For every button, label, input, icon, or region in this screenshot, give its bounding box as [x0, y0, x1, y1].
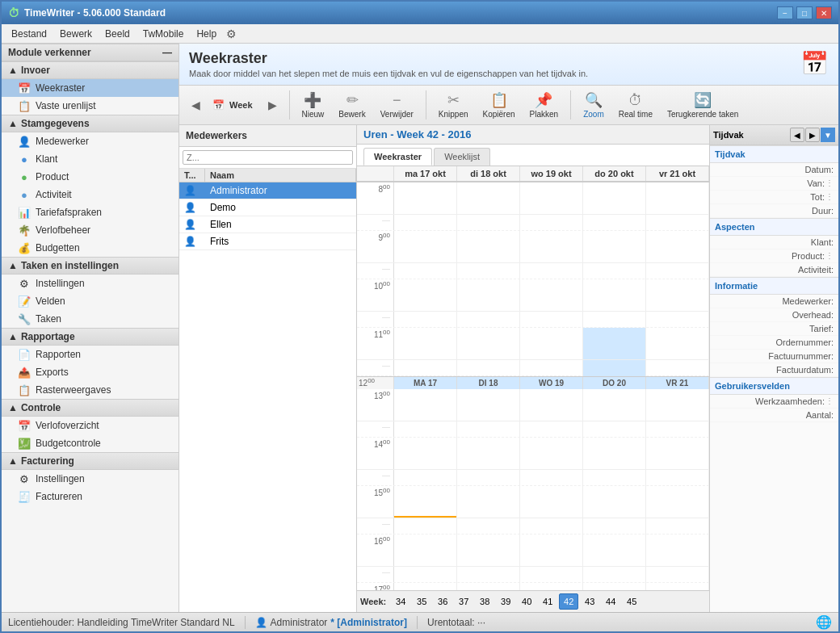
cal-cell-10-thu[interactable]	[583, 279, 646, 311]
cal-cell-15-mon[interactable]	[394, 486, 457, 518]
sidebar-section-facturering[interactable]: ▲ Facturering	[2, 452, 178, 470]
emp-row-administrator[interactable]: 👤 Administrator	[179, 182, 356, 199]
cal-cell-17-wed[interactable]	[520, 583, 583, 590]
cal-cell-11-thu[interactable]	[583, 328, 646, 359]
cal-cell-14-fri[interactable]	[646, 438, 709, 469]
cal-cell-15h-fri[interactable]	[646, 518, 709, 534]
cal-cell-17-thu[interactable]	[583, 583, 646, 590]
cal-cell-8-tue[interactable]	[457, 182, 520, 214]
cal-cell-13-wed[interactable]	[520, 389, 583, 421]
cal-cell-14h-mon[interactable]	[394, 470, 457, 486]
cal-cell-10-mon[interactable]	[394, 279, 457, 311]
sidebar-item-tariefafspraken[interactable]: 📊 Tariefafspraken	[2, 203, 178, 221]
cal-cell-13h-tue[interactable]	[457, 421, 520, 438]
week-num-38[interactable]: 38	[475, 593, 494, 610]
cal-cell-9h-wed[interactable]	[520, 263, 583, 279]
cal-cell-16-mon[interactable]	[394, 534, 457, 566]
cal-cell-9-mon[interactable]	[394, 231, 457, 262]
sidebar-item-verlofbeheer[interactable]: 🌴 Verlofbeheer	[2, 221, 178, 239]
bewerk-button[interactable]: ✏ Bewerk	[333, 89, 371, 121]
terugkerende-taken-button[interactable]: 🔄 Terugkerende taken	[662, 89, 744, 121]
week-num-35[interactable]: 35	[412, 593, 431, 610]
cal-cell-10-fri[interactable]	[646, 279, 709, 311]
cal-cell-10-tue[interactable]	[457, 279, 520, 311]
cal-cell-16h-tue[interactable]	[457, 567, 520, 583]
sidebar-item-klant[interactable]: ● Klant	[2, 150, 178, 168]
search-input[interactable]	[183, 150, 353, 165]
cal-cell-17-fri[interactable]	[646, 583, 709, 590]
cal-cell-11h-mon[interactable]	[394, 360, 457, 376]
week-num-34[interactable]: 34	[391, 593, 410, 610]
cal-cell-16-thu[interactable]	[583, 534, 646, 566]
tab-weeklijst[interactable]: Weeklijst	[434, 148, 490, 166]
emp-row-demo[interactable]: 👤 Demo	[179, 199, 356, 216]
sidebar-section-taken[interactable]: ▲ Taken en instellingen	[2, 257, 178, 275]
cal-cell-9-fri[interactable]	[646, 231, 709, 262]
emp-row-ellen[interactable]: 👤 Ellen	[179, 216, 356, 233]
cal-cell-16h-wed[interactable]	[520, 567, 583, 583]
cal-cell-8-thu[interactable]	[583, 182, 646, 214]
cal-cell-10h-fri[interactable]	[646, 312, 709, 328]
cal-cell-9h-mon[interactable]	[394, 263, 457, 279]
week-num-36[interactable]: 36	[433, 593, 452, 610]
week-num-40[interactable]: 40	[517, 593, 536, 610]
cal-cell-13-thu[interactable]	[583, 389, 646, 421]
cal-cell-11-mon[interactable]	[394, 328, 457, 359]
cal-cell-8-wed[interactable]	[520, 182, 583, 214]
cal-cell-14-tue[interactable]	[457, 438, 520, 469]
cal-cell-11h-tue[interactable]	[457, 360, 520, 376]
cal-cell-13h-thu[interactable]	[583, 421, 646, 438]
cal-cell-9-thu[interactable]	[583, 231, 646, 262]
menu-beeld[interactable]: Beeld	[99, 27, 136, 41]
cal-cell-15h-tue[interactable]	[457, 518, 520, 534]
cal-cell-8-mon[interactable]	[394, 182, 457, 214]
cal-cell-13h-mon[interactable]	[394, 421, 457, 438]
cal-cell-16-fri[interactable]	[646, 534, 709, 566]
sidebar-item-rasterweergaves[interactable]: 📋 Rasterweergaves	[2, 381, 178, 399]
cal-cell-16h-mon[interactable]	[394, 567, 457, 583]
sidebar-item-vaste-urenlijst[interactable]: 📋 Vaste urenlijst	[2, 97, 178, 115]
cal-cell-8h-tue[interactable]	[457, 215, 520, 231]
week-num-45[interactable]: 45	[622, 593, 641, 610]
cal-cell-10h-tue[interactable]	[457, 312, 520, 328]
cal-cell-13-fri[interactable]	[646, 389, 709, 421]
sidebar-item-taken[interactable]: 🔧 Taken	[2, 310, 178, 328]
cal-cell-9-wed[interactable]	[520, 231, 583, 262]
cal-cell-14h-tue[interactable]	[457, 470, 520, 486]
cal-cell-17-tue[interactable]	[457, 583, 520, 590]
cal-cell-8h-mon[interactable]	[394, 215, 457, 231]
menu-bewerk[interactable]: Bewerk	[53, 27, 99, 41]
cal-cell-10-wed[interactable]	[520, 279, 583, 311]
cal-cell-9-tue[interactable]	[457, 231, 520, 262]
emp-row-frits[interactable]: 👤 Frits	[179, 233, 356, 250]
cal-cell-8h-fri[interactable]	[646, 215, 709, 231]
week-num-42[interactable]: 42	[559, 593, 578, 610]
real-time-button[interactable]: ⏱ Real time	[613, 90, 658, 121]
sidebar-section-rapportage[interactable]: ▲ Rapportage	[2, 328, 178, 346]
sidebar-item-rapporten[interactable]: 📄 Rapporten	[2, 346, 178, 363]
cal-cell-17-mon[interactable]	[394, 583, 457, 590]
sidebar-collapse-icon[interactable]: —	[162, 47, 172, 58]
cal-cell-8h-thu[interactable]	[583, 215, 646, 231]
cal-cell-11h-fri[interactable]	[646, 360, 709, 376]
sidebar-item-instellingen1[interactable]: ⚙ Instellingen	[2, 275, 178, 292]
cal-cell-11-wed[interactable]	[520, 328, 583, 359]
cal-cell-15-thu[interactable]	[583, 486, 646, 518]
cal-cell-14h-thu[interactable]	[583, 470, 646, 486]
nav-prev-button[interactable]: ◀	[186, 95, 205, 115]
sidebar-item-budgetcontrole[interactable]: 💹 Budgetcontrole	[2, 434, 178, 452]
sidebar-item-activiteit[interactable]: ● Activiteit	[2, 186, 178, 203]
cal-cell-13-tue[interactable]	[457, 389, 520, 421]
sidebar-item-factureren[interactable]: 🧾 Factureren	[2, 488, 178, 505]
cal-cell-15-tue[interactable]	[457, 486, 520, 518]
zoom-button[interactable]: 🔍 Zoom	[578, 89, 610, 121]
sidebar-section-invoer[interactable]: ▲ Invoer	[2, 61, 178, 79]
menu-help[interactable]: Help	[190, 27, 223, 41]
rp-prev-btn[interactable]: ◀	[790, 128, 804, 142]
cal-cell-15-fri[interactable]	[646, 486, 709, 518]
week-button[interactable]: 📅 Week	[207, 96, 262, 114]
sidebar-item-instellingen2[interactable]: ⚙ Instellingen	[2, 470, 178, 488]
cal-cell-13h-fri[interactable]	[646, 421, 709, 438]
cal-cell-9h-thu[interactable]	[583, 263, 646, 279]
cal-cell-16-tue[interactable]	[457, 534, 520, 566]
